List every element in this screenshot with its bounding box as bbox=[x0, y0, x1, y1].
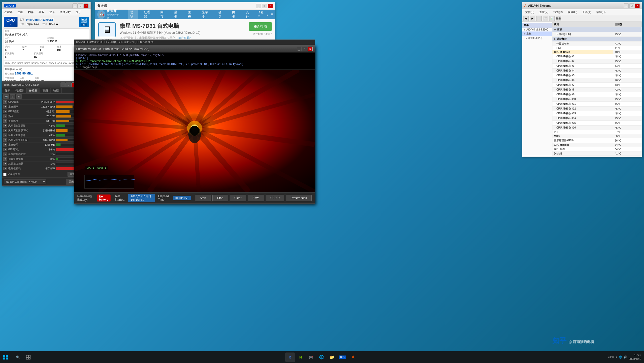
gpuz-refresh-button[interactable]: ↺ bbox=[10, 94, 15, 99]
sensor-dropdown-6[interactable]: ▼ bbox=[3, 129, 7, 132]
gpuz-gpu-select[interactable]: NVIDIA GeForce RTX 4090 bbox=[4, 180, 46, 184]
gpuz-tab-sensors[interactable]: 传感器 bbox=[13, 88, 27, 93]
svg-rect-21 bbox=[3, 355, 5, 357]
luda-nav-hdd[interactable]: 硬盘 bbox=[216, 9, 226, 20]
cpuz-menu-memory[interactable]: 内存 bbox=[27, 10, 35, 14]
aida-menu-view[interactable]: 查看(V) bbox=[538, 10, 549, 14]
cpuz-maximize-button[interactable]: □ bbox=[78, 4, 83, 8]
gpuz-maximize-button[interactable]: □ bbox=[66, 82, 71, 87]
furmark-maximize-button[interactable]: □ bbox=[302, 47, 307, 51]
taskbar-explorer-icon[interactable]: 📁 bbox=[327, 352, 337, 362]
furmark-clear-button[interactable]: Clear bbox=[230, 195, 246, 201]
sensor-dropdown-4[interactable]: ▼ bbox=[3, 119, 7, 123]
gpuz-tab-advanced[interactable]: 传感器 bbox=[27, 88, 40, 93]
taskbar-cpuz-icon[interactable]: CPU bbox=[338, 352, 347, 362]
aida-up-button[interactable]: ↑ bbox=[536, 16, 542, 21]
aida-menu-file[interactable]: 文件(F) bbox=[524, 10, 535, 14]
aida-tree-item-cpu[interactable]: ▸ 计算机(CPU) bbox=[522, 36, 552, 40]
furmark-close-button[interactable]: ✕ bbox=[308, 47, 313, 51]
cpuz-minimize-button[interactable]: _ bbox=[73, 4, 78, 8]
taskbar-edge-icon[interactable]: ε bbox=[285, 352, 295, 362]
luda-minimize-button[interactable]: _ bbox=[256, 4, 261, 8]
cpuz-menu-bench[interactable]: 测试分数 bbox=[59, 10, 72, 14]
taskbar-aida-icon[interactable]: A bbox=[348, 352, 358, 362]
aida-cell-label: 计算机名称 bbox=[552, 42, 613, 46]
furmark-preferences-button[interactable]: Preferences bbox=[286, 195, 312, 201]
taskbar-clock[interactable]: 19:26 2023/1/15 bbox=[629, 353, 641, 361]
luda-register-button[interactable]: 请登录 bbox=[258, 10, 265, 19]
sensor-dropdown-8[interactable]: ▼ bbox=[3, 138, 7, 142]
furmark-start-button[interactable]: Start bbox=[195, 195, 211, 201]
sensor-dropdown-14[interactable]: ▼ bbox=[3, 167, 7, 170]
aida-menu-report[interactable]: 报告(R) bbox=[552, 10, 564, 14]
luda-nav-memory[interactable]: 内存 bbox=[158, 9, 168, 20]
sensor-dropdown-3[interactable]: ▼ bbox=[3, 114, 7, 118]
taskbar-time-display: 19:26 bbox=[629, 353, 641, 357]
luda-nav-other[interactable]: 其他 bbox=[244, 9, 254, 20]
luda-close-button[interactable]: ✕ bbox=[268, 4, 273, 8]
gpuz-log-checkbox[interactable] bbox=[3, 173, 7, 176]
sensor-dropdown-7[interactable]: ▼ bbox=[3, 134, 7, 137]
sensor-dropdown-2[interactable]: ▼ bbox=[3, 110, 7, 113]
cpuz-menu-about[interactable]: 关于 bbox=[75, 10, 82, 14]
aida-refresh-button[interactable]: ↺ bbox=[543, 16, 548, 21]
gpuz-camera-button[interactable]: 📷 bbox=[3, 94, 9, 99]
aida-chart-button[interactable]: 📊 bbox=[549, 16, 555, 21]
sensor-dropdown-5[interactable]: ▼ bbox=[3, 124, 7, 128]
taskbar-view-icon[interactable] bbox=[24, 352, 33, 362]
cpuz-close-button[interactable]: ✕ bbox=[84, 4, 89, 8]
aida-menu-favorites[interactable]: 收藏(O) bbox=[567, 10, 578, 14]
aida-forward-button[interactable]: ▶ bbox=[530, 16, 535, 21]
cpuz-packaging-label: 封装 bbox=[5, 30, 88, 33]
sensor-dropdown-1[interactable]: ▼ bbox=[3, 105, 7, 108]
sensor-dropdown-9[interactable]: ▼ bbox=[3, 143, 7, 146]
sensor-dropdown-12[interactable]: ▼ bbox=[3, 157, 7, 161]
luda-nav-overview[interactable]: 总览 bbox=[128, 9, 138, 20]
aida-back-button[interactable]: ◀ bbox=[523, 16, 529, 21]
aida-section-label: 系统概述 bbox=[557, 38, 567, 40]
gpuz-tab-card[interactable]: 显卡 bbox=[2, 88, 13, 93]
sensor-dropdown-10[interactable]: ▼ bbox=[3, 148, 7, 151]
gpuz-tab-extra[interactable]: 验证 bbox=[51, 88, 62, 93]
luda-nav-mainboard[interactable]: 主板 bbox=[186, 9, 196, 20]
aida-tree-item-version[interactable]: ▶ AIDA64 v6.85.6300 bbox=[522, 28, 552, 32]
taskbar-gpu-icon[interactable]: N bbox=[296, 352, 305, 362]
furmark-save-button[interactable]: Save bbox=[248, 195, 264, 201]
cpuz-menu-video[interactable]: 登卡 bbox=[48, 10, 56, 14]
luda-menu-button[interactable]: ≡ bbox=[271, 12, 273, 17]
gpuz-minimize-button[interactable]: _ bbox=[61, 82, 66, 87]
aida-tree-item-mainboard[interactable]: ▶ 主板 bbox=[522, 32, 552, 36]
furmark-cpuid-button[interactable]: CPUID bbox=[266, 195, 284, 201]
gpuz-settings-button[interactable]: ⚙ bbox=[16, 94, 22, 99]
tray-arrow-icon[interactable]: ∧ bbox=[615, 356, 617, 359]
sensor-bar-fill-8 bbox=[56, 139, 68, 141]
luda-nav-gpu[interactable]: 显卡 bbox=[172, 9, 182, 20]
aida-report-button[interactable]: 报告 bbox=[556, 16, 561, 21]
furmark-stop-button[interactable]: Stop bbox=[212, 195, 228, 201]
aida-minimize-button[interactable]: _ bbox=[624, 4, 629, 8]
sensor-dropdown-11[interactable]: ▼ bbox=[3, 152, 7, 156]
cpuz-menu-mainboard[interactable]: 主板 bbox=[17, 10, 24, 14]
taskbar-start-button[interactable] bbox=[0, 352, 11, 363]
taskbar-app1-icon[interactable]: 🎮 bbox=[306, 352, 316, 362]
luda-scan-button[interactable]: 重新扫描 bbox=[249, 22, 272, 31]
luda-nav-network[interactable]: 网卡 bbox=[230, 9, 240, 20]
gpuz-tab-validate[interactable]: 高级 bbox=[40, 88, 51, 93]
aida-menu-help[interactable]: 帮助(H) bbox=[595, 10, 606, 14]
cpuz-menu-processor[interactable]: 处理器 bbox=[3, 10, 14, 14]
luda-nav-cpu[interactable]: 处理器 bbox=[142, 9, 155, 20]
aida-maximize-button[interactable]: □ bbox=[629, 4, 634, 8]
luda-nav-display[interactable]: 显示器 bbox=[200, 9, 212, 20]
luda-download-button[interactable]: ↓ bbox=[267, 12, 269, 16]
sensor-dropdown-0[interactable]: ▼ bbox=[3, 100, 7, 104]
cpuz-menu-spd[interactable]: SPD bbox=[38, 10, 45, 14]
aida-cell-label: CPU #1/核心 #9 bbox=[552, 92, 613, 97]
aida-close-button[interactable]: ✕ bbox=[635, 4, 640, 8]
luda-maximize-button[interactable]: □ bbox=[262, 4, 267, 8]
luda-alert-link[interactable]: 前往查看> bbox=[178, 36, 191, 39]
taskbar-app2-icon[interactable]: 🌐 bbox=[317, 352, 326, 362]
taskbar-search-icon[interactable]: 🔍 bbox=[13, 352, 23, 362]
furmark-minimize-button[interactable]: _ bbox=[297, 47, 302, 51]
aida-menu-tools[interactable]: 工具(T) bbox=[581, 10, 592, 14]
sensor-dropdown-13[interactable]: ▼ bbox=[3, 162, 7, 166]
